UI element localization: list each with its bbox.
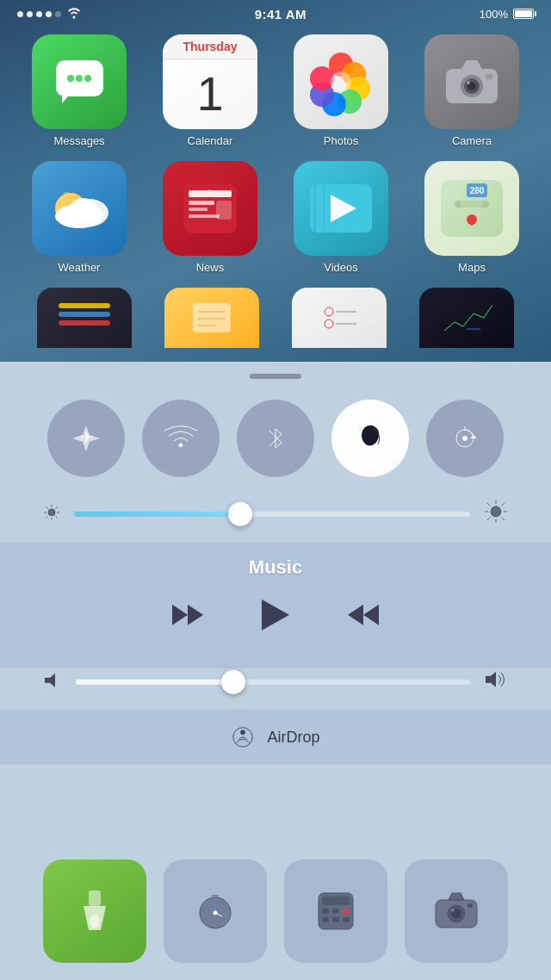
signal-dots <box>17 11 61 17</box>
maps-label: Maps <box>458 261 486 274</box>
svg-point-49 <box>325 319 333 328</box>
brightness-thumb[interactable] <box>228 502 252 526</box>
photos-label: Photos <box>324 134 358 147</box>
wifi-toggle[interactable] <box>142 400 220 477</box>
wifi-icon <box>66 7 82 22</box>
airplane-toggle[interactable]: ✈ <box>47 400 125 477</box>
svg-marker-81 <box>45 673 55 687</box>
app-calendar[interactable]: Thursday 1 Calendar <box>152 34 269 147</box>
photos-icon <box>294 34 388 129</box>
svg-point-20 <box>63 192 70 199</box>
do-not-disturb-toggle[interactable] <box>331 400 409 477</box>
app-stocks[interactable] <box>403 288 530 348</box>
svg-text:✈: ✈ <box>80 429 93 446</box>
brightness-high-icon <box>484 499 508 529</box>
svg-point-67 <box>491 506 501 517</box>
svg-rect-98 <box>322 917 329 922</box>
battery-percent: 100% <box>480 8 508 21</box>
svg-rect-41 <box>59 303 110 308</box>
svg-marker-55 <box>470 435 477 438</box>
status-left <box>17 7 82 22</box>
timer-button[interactable] <box>164 859 267 963</box>
svg-line-74 <box>502 503 505 506</box>
videos-icon <box>294 161 388 256</box>
svg-point-87 <box>90 915 100 928</box>
music-controls <box>34 596 517 634</box>
airdrop-row[interactable]: AirDrop <box>0 710 551 765</box>
app-camera[interactable]: Camera <box>413 34 530 147</box>
svg-point-58 <box>48 509 55 516</box>
status-time: 9:41 AM <box>255 7 306 22</box>
svg-line-75 <box>487 518 491 521</box>
calculator-button[interactable] <box>284 859 387 963</box>
brightness-section <box>0 494 551 543</box>
forward-button[interactable] <box>344 599 382 630</box>
svg-marker-80 <box>363 605 379 625</box>
app-messages[interactable]: Messages <box>21 34 138 147</box>
battery-icon <box>513 9 534 19</box>
bluetooth-toggle[interactable] <box>237 400 314 477</box>
brightness-low-icon <box>43 504 60 525</box>
calendar-icon: Thursday 1 <box>163 34 257 129</box>
svg-rect-95 <box>322 909 329 914</box>
app-videos[interactable]: Videos <box>282 161 399 274</box>
svg-marker-78 <box>262 599 289 630</box>
volume-low-icon <box>43 671 62 694</box>
svg-rect-100 <box>343 917 350 922</box>
flashlight-button[interactable] <box>43 859 146 963</box>
svg-point-4 <box>84 75 91 82</box>
camera-quicklaunch-button[interactable] <box>405 859 508 963</box>
music-title: Music <box>34 556 517 579</box>
svg-line-66 <box>46 516 48 518</box>
calendar-date: 1 <box>196 65 223 121</box>
volume-thumb[interactable] <box>221 670 245 694</box>
cc-toggles: ✈ <box>0 386 551 494</box>
svg-rect-99 <box>332 917 339 922</box>
airdrop-icon <box>231 725 255 749</box>
app-wallet[interactable] <box>21 288 148 348</box>
control-center: ✈ <box>0 362 551 980</box>
svg-rect-85 <box>89 890 101 906</box>
svg-point-3 <box>76 75 83 82</box>
svg-point-84 <box>241 730 246 735</box>
svg-rect-43 <box>59 320 110 326</box>
app-maps[interactable]: 280 Maps <box>413 161 530 274</box>
camera-icon <box>424 34 519 129</box>
app-notes[interactable] <box>148 288 276 348</box>
app-news[interactable]: News <box>152 161 269 274</box>
brightness-slider[interactable] <box>74 512 470 517</box>
news-label: News <box>196 261 225 274</box>
partial-app-row <box>0 288 551 348</box>
app-weather[interactable]: Weather <box>21 161 138 274</box>
play-button[interactable] <box>258 596 293 634</box>
svg-marker-77 <box>188 605 203 625</box>
rotation-lock-toggle[interactable] <box>426 400 504 477</box>
airdrop-label: AirDrop <box>267 729 319 747</box>
cc-handle[interactable] <box>0 362 551 386</box>
quick-launch <box>0 842 551 980</box>
svg-point-48 <box>325 307 333 316</box>
app-reminders[interactable] <box>276 288 403 348</box>
svg-point-17 <box>467 81 470 84</box>
volume-slider[interactable] <box>76 679 470 685</box>
svg-marker-79 <box>348 605 363 625</box>
wallet-icon <box>37 288 132 348</box>
svg-rect-28 <box>189 214 220 218</box>
svg-point-11 <box>310 66 334 90</box>
app-photos[interactable]: Photos <box>282 34 399 147</box>
calendar-label: Calendar <box>188 134 233 147</box>
music-section: Music <box>0 543 551 668</box>
rewind-button[interactable] <box>169 599 207 630</box>
camera-label: Camera <box>452 134 492 147</box>
status-right: 100% <box>480 8 534 21</box>
home-screen: 9:41 AM 100% Messages <box>0 0 551 362</box>
handle-bar <box>250 374 301 379</box>
stocks-icon <box>419 288 514 348</box>
volume-section <box>0 668 551 710</box>
app-grid: Messages Thursday 1 Calendar <box>0 24 551 288</box>
svg-point-12 <box>331 71 351 92</box>
svg-rect-18 <box>486 74 492 79</box>
svg-point-23 <box>70 198 97 220</box>
svg-rect-97 <box>343 909 350 914</box>
svg-text:280: 280 <box>470 186 485 195</box>
